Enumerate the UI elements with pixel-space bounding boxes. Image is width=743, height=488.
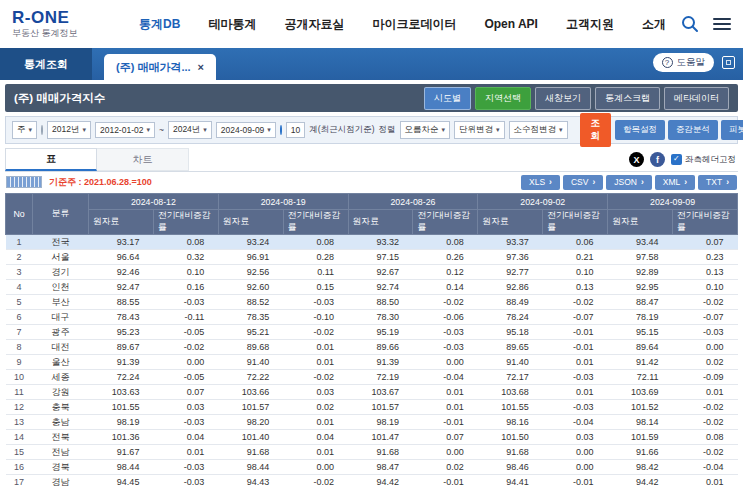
cell-change-rate: 0.23 [673, 250, 738, 265]
site-header: R-ONE 부동산 통계정보 통계DB 테마통계 공개자료실 마이크로데이터 O… [0, 0, 743, 48]
cell-change-rate: -0.02 [543, 295, 608, 310]
cell-change-rate: 0.01 [673, 385, 738, 400]
start-date-select[interactable]: 2012-01-02 [95, 122, 155, 138]
search-button[interactable]: 조회 [580, 113, 612, 147]
frequency-select[interactable]: 주 [12, 121, 37, 139]
unit-change-select[interactable]: 단위변경 [454, 121, 505, 139]
cell-raw-value: 98.44 [218, 460, 283, 475]
end-date-select[interactable]: 2024-09-09 [216, 122, 276, 138]
table-row: 5부산88.55-0.0388.52-0.0388.50-0.0288.49-0… [6, 295, 738, 310]
cell-change-rate: 0.21 [543, 250, 608, 265]
table-body: 1전국93.170.0893.240.0893.320.0893.370.069… [6, 235, 738, 488]
cell-change-rate: 0.01 [283, 340, 348, 355]
cell-change-rate: 0.12 [413, 265, 478, 280]
cell-raw-value: 93.17 [89, 235, 154, 250]
recent-count-input[interactable]: 10 [286, 122, 305, 138]
cell-change-rate: 0.32 [153, 250, 218, 265]
question-icon: ? [662, 57, 673, 68]
cell-raw-value: 89.68 [218, 340, 283, 355]
cell-raw-value: 72.17 [478, 370, 543, 385]
nav-item-microdata[interactable]: 마이크로데이터 [372, 16, 456, 33]
cell-change-rate: -0.01 [413, 415, 478, 430]
cell-change-rate: -0.03 [413, 340, 478, 355]
fix-left-header-checkbox[interactable]: 좌측헤더고정 [671, 154, 736, 166]
share-facebook-icon[interactable]: f [650, 152, 665, 167]
tab-table-view[interactable]: 표 [5, 148, 97, 171]
table-row: 10세종72.24-0.0572.22-0.0272.19-0.0472.17-… [6, 370, 738, 385]
metadata-button[interactable]: 메타데이터 [664, 87, 729, 110]
expand-icon[interactable] [722, 56, 735, 69]
filter-bar: 주 2012년 2012-01-02 ~ 2024년 2024-09-09 10… [5, 116, 738, 144]
pivot-setting-button[interactable]: 피봇설정 [721, 120, 743, 140]
export-xml-button[interactable]: XML [655, 175, 695, 190]
nav-item-about[interactable]: 소개 [642, 16, 666, 33]
recent-period-radio[interactable] [280, 125, 282, 135]
export-txt-button[interactable]: TXT [698, 175, 737, 190]
row-no: 3 [6, 265, 33, 280]
item-setting-button[interactable]: 항목설정 [615, 120, 665, 140]
cell-raw-value: 94.41 [478, 475, 543, 488]
cell-change-rate: 0.13 [673, 265, 738, 280]
cell-change-rate: -0.06 [413, 310, 478, 325]
sort-select[interactable]: 오름차순 [400, 121, 451, 139]
cell-raw-value: 96.64 [89, 250, 154, 265]
row-region: 전북 [33, 430, 89, 445]
cell-raw-value: 98.16 [478, 415, 543, 430]
cell-raw-value: 89.66 [348, 340, 413, 355]
cell-change-rate: 0.04 [283, 430, 348, 445]
tab-close-icon[interactable]: × [198, 61, 204, 73]
export-json-button[interactable]: JSON [606, 175, 652, 190]
stats-search-menu[interactable]: 통계조회 [0, 48, 92, 80]
help-button[interactable]: ? 도움말 [653, 53, 715, 72]
row-no: 1 [6, 235, 33, 250]
meta-row: 기준주 : 2021.06.28.=100 XLS CSV JSON XML T… [5, 172, 738, 192]
row-no: 11 [6, 385, 33, 400]
nav-item-theme-stats[interactable]: 테마통계 [208, 16, 256, 33]
stat-table: No 분류 2024-08-12 2024-08-19 2024-08-26 2… [5, 193, 738, 488]
start-year-select[interactable]: 2012년 [47, 121, 91, 139]
cell-change-rate: 0.02 [413, 460, 478, 475]
decimal-change-select[interactable]: 소수점변경 [509, 121, 568, 139]
logo[interactable]: R-ONE 부동산 통계정보 [12, 9, 124, 40]
sido-button[interactable]: 시도별 [424, 87, 471, 110]
search-icon[interactable] [681, 15, 699, 33]
cell-raw-value: 89.65 [478, 340, 543, 355]
cell-raw-value: 101.50 [478, 430, 543, 445]
active-stat-tab[interactable]: (주) 매매가격... × [104, 54, 216, 80]
share-x-icon[interactable]: X [629, 152, 644, 167]
cell-raw-value: 97.15 [348, 250, 413, 265]
nav-item-open-api[interactable]: Open API [484, 17, 538, 31]
nav-item-open-data[interactable]: 공개자료실 [284, 16, 344, 33]
table-row: 12충북101.550.03101.570.02101.570.01101.55… [6, 400, 738, 415]
cell-change-rate: 0.01 [673, 475, 738, 488]
menu-icon[interactable] [713, 18, 731, 30]
nav-item-support[interactable]: 고객지원 [566, 16, 614, 33]
cell-change-rate: -0.03 [153, 475, 218, 488]
new-window-button[interactable]: 새창보기 [535, 87, 591, 110]
change-analysis-button[interactable]: 증감분석 [668, 120, 718, 140]
cell-change-rate: -0.03 [543, 370, 608, 385]
cell-raw-value: 101.55 [478, 400, 543, 415]
cell-raw-value: 91.68 [478, 445, 543, 460]
cell-change-rate: 0.13 [543, 280, 608, 295]
col-no-header: No [6, 194, 33, 235]
end-year-select[interactable]: 2024년 [168, 121, 212, 139]
checkbox-checked-icon [671, 154, 682, 165]
subcol-raw-header: 원자료 [89, 210, 154, 235]
table-minimap-icon[interactable] [6, 176, 42, 188]
cell-raw-value: 98.47 [348, 460, 413, 475]
cell-raw-value: 101.52 [608, 400, 673, 415]
period-range-radio[interactable] [41, 125, 43, 135]
cell-change-rate: 0.14 [413, 280, 478, 295]
cell-raw-value: 88.47 [608, 295, 673, 310]
export-csv-button[interactable]: CSV [563, 175, 603, 190]
cell-change-rate: 0.01 [283, 355, 348, 370]
region-select-button[interactable]: 지역선택 [475, 87, 531, 110]
row-region: 울산 [33, 355, 89, 370]
stat-scrap-button[interactable]: 통계스크랩 [595, 87, 660, 110]
export-xls-button[interactable]: XLS [521, 175, 560, 190]
row-no: 12 [6, 400, 33, 415]
cell-raw-value: 92.60 [218, 280, 283, 295]
tab-chart-view[interactable]: 차트 [97, 148, 189, 171]
nav-item-stats-db[interactable]: 통계DB [139, 16, 180, 33]
